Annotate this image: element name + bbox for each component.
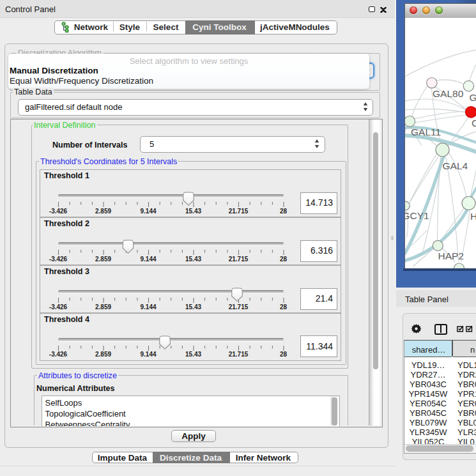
svg-text:GAL4: GAL4 — [442, 160, 468, 171]
svg-text:GAL80: GAL80 — [433, 88, 464, 99]
svg-text:GA: GA — [469, 92, 476, 103]
svg-text:GCY1: GCY1 — [405, 210, 429, 221]
svg-text:GAL11: GAL11 — [411, 127, 441, 137]
svg-text:HAP2: HAP2 — [438, 250, 464, 261]
svg-text:H: H — [470, 211, 476, 222]
svg-text:C: C — [472, 118, 476, 128]
